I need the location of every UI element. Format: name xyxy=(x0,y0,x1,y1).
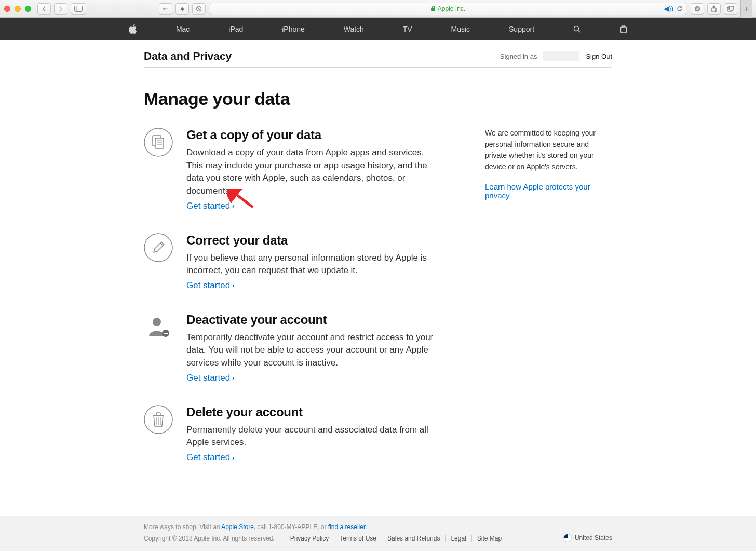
flag-icon xyxy=(563,534,572,542)
page-title: Manage your data xyxy=(144,89,612,109)
autofill-button[interactable]: ⇤ xyxy=(159,3,172,15)
lock-icon xyxy=(431,6,436,11)
local-nav: Data and Privacy Signed in as Sign Out xyxy=(144,40,612,68)
bag-icon[interactable] xyxy=(620,25,627,33)
footer-copyright: Copyright © 2018 Apple Inc. All rights r… xyxy=(144,535,275,542)
downloads-button[interactable] xyxy=(691,3,704,15)
signed-in-label: Signed in as xyxy=(500,52,537,60)
reader-audio-icon[interactable]: ◀︎)) xyxy=(664,5,673,12)
footer-link-legal[interactable]: Legal xyxy=(451,535,466,542)
svg-rect-4 xyxy=(431,8,435,11)
option-title: Correct your data xyxy=(186,233,441,248)
share-button[interactable] xyxy=(707,3,721,15)
footer-find-reseller-link[interactable]: find a reseller xyxy=(328,523,365,531)
apple-logo-icon[interactable] xyxy=(129,24,137,34)
footer-locale[interactable]: United States xyxy=(563,534,612,542)
user-minus-icon xyxy=(144,313,173,342)
option-delete: Delete your account Permanently delete y… xyxy=(144,405,441,463)
signed-in-user xyxy=(543,51,579,61)
window-controls xyxy=(4,6,31,12)
get-started-link-correct[interactable]: Get started › xyxy=(186,280,234,291)
get-started-link-copy[interactable]: Get started › xyxy=(186,201,234,211)
nav-item-support[interactable]: Support xyxy=(509,25,534,33)
section-title: Data and Privacy xyxy=(144,50,232,62)
sidebar-toggle-button[interactable] xyxy=(71,3,86,15)
pencil-icon xyxy=(144,233,173,262)
reload-icon[interactable] xyxy=(677,6,683,12)
footer-apple-store-link[interactable]: Apple Store xyxy=(221,523,254,531)
sidebar: We are committed to keeping your persona… xyxy=(467,128,612,484)
nav-item-tv[interactable]: TV xyxy=(403,25,412,33)
browser-toolbar: ⇤ ⎆ Apple Inc. ◀︎)) + xyxy=(0,0,756,18)
svg-point-21 xyxy=(153,318,161,326)
footer-links: Privacy Policy Terms of Use Sales and Re… xyxy=(285,535,507,542)
back-button[interactable] xyxy=(37,3,51,15)
global-footer: More ways to shop: Visit an Apple Store,… xyxy=(0,516,756,551)
option-get-copy: Get a copy of your data Download a copy … xyxy=(144,128,441,211)
address-bar-label: Apple Inc. xyxy=(438,5,465,12)
footer-link-terms[interactable]: Terms of Use xyxy=(340,535,376,542)
sign-out-link[interactable]: Sign Out xyxy=(586,52,612,60)
close-window-button[interactable] xyxy=(4,6,10,12)
chevron-right-icon: › xyxy=(232,202,234,210)
svg-rect-0 xyxy=(75,6,83,11)
sidebar-intro: We are committed to keeping your persona… xyxy=(485,128,612,173)
option-desc: If you believe that any personal informa… xyxy=(186,252,441,277)
password-button[interactable]: ⎆ xyxy=(176,3,189,15)
get-started-link-delete[interactable]: Get started › xyxy=(186,452,234,463)
option-title: Deactivate your account xyxy=(186,313,441,327)
tabs-button[interactable] xyxy=(724,3,737,15)
svg-rect-8 xyxy=(729,6,734,10)
address-bar[interactable]: Apple Inc. ◀︎)) xyxy=(210,3,686,15)
svg-point-19 xyxy=(144,234,172,262)
nav-item-watch[interactable]: Watch xyxy=(344,25,364,33)
trash-icon xyxy=(144,405,173,434)
option-correct: Correct your data If you believe that an… xyxy=(144,233,441,291)
footer-link-sales[interactable]: Sales and Refunds xyxy=(387,535,440,542)
chevron-right-icon: › xyxy=(232,374,234,382)
footer-link-privacy[interactable]: Privacy Policy xyxy=(290,535,329,542)
forward-button[interactable] xyxy=(54,3,68,15)
sidebar-privacy-link[interactable]: Learn how Apple protects your privacy. xyxy=(485,182,590,200)
option-desc: Permanently delete your account and asso… xyxy=(186,424,441,449)
chevron-right-icon: › xyxy=(232,454,234,462)
option-desc: Temporarily deactivate your account and … xyxy=(186,331,441,370)
apple-global-nav: Mac iPad iPhone Watch TV Music Support xyxy=(0,18,756,40)
documents-icon xyxy=(144,128,173,157)
nav-item-music[interactable]: Music xyxy=(451,25,470,33)
svg-line-3 xyxy=(197,7,200,10)
footer-shop-line: More ways to shop: Visit an Apple Store,… xyxy=(144,523,612,531)
option-desc: Download a copy of your data from Apple … xyxy=(186,146,441,198)
minimize-window-button[interactable] xyxy=(15,6,21,12)
nav-item-iphone[interactable]: iPhone xyxy=(282,25,305,33)
nav-item-mac[interactable]: Mac xyxy=(176,25,190,33)
new-tab-button[interactable]: + xyxy=(740,0,752,18)
svg-point-9 xyxy=(574,26,578,31)
nav-item-ipad[interactable]: iPad xyxy=(228,25,243,33)
get-started-link-deactivate[interactable]: Get started › xyxy=(186,373,234,383)
search-icon[interactable] xyxy=(573,25,581,33)
fullscreen-window-button[interactable] xyxy=(25,6,31,12)
svg-rect-14 xyxy=(155,138,164,148)
option-title: Get a copy of your data xyxy=(186,128,441,142)
option-title: Delete your account xyxy=(186,405,441,420)
svg-rect-11 xyxy=(620,27,626,33)
svg-line-10 xyxy=(578,30,580,32)
chevron-right-icon: › xyxy=(232,281,234,289)
option-deactivate: Deactivate your account Temporarily deac… xyxy=(144,313,441,383)
stop-reload-button[interactable] xyxy=(192,3,206,15)
footer-link-sitemap[interactable]: Site Map xyxy=(477,535,502,542)
